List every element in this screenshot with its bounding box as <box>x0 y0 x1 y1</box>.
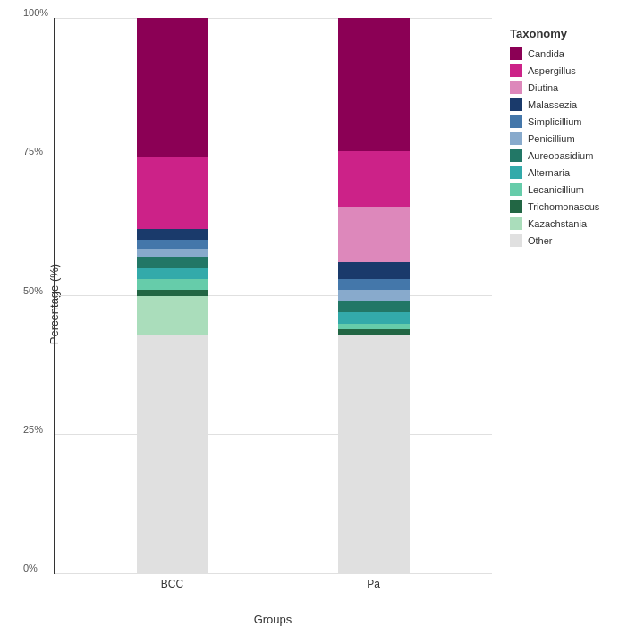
legend-label: Trichomonascus <box>528 201 599 212</box>
chart-container: Percentage (%) 0% 25% 50% 75% 100% Group… <box>0 0 644 644</box>
legend-item: Diutina <box>510 81 635 94</box>
legend-label: Aspergillus <box>528 65 576 76</box>
bar-segment-candida <box>338 18 410 151</box>
legend-item: Simplicillium <box>510 115 635 128</box>
legend-label: Penicillium <box>528 133 575 144</box>
chart-area: Percentage (%) 0% 25% 50% 75% 100% Group… <box>54 18 635 590</box>
bar-segment-penicillium <box>137 249 208 257</box>
y-tick-label: 25% <box>23 424 43 435</box>
y-tick-label: 50% <box>23 285 43 296</box>
legend-label: Other <box>528 235 553 246</box>
legend-swatch <box>510 64 522 77</box>
bar-segment-simplicillium <box>338 279 410 290</box>
legend-item: Kazachstania <box>510 217 635 230</box>
legend-item: Malassezia <box>510 98 635 111</box>
plot-region: 0% 25% 50% 75% 100% Groups BCCPa <box>54 18 492 590</box>
stacked-bar <box>338 18 410 573</box>
legend-swatch <box>510 200 522 213</box>
legend-label: Simplicillium <box>528 116 582 127</box>
bar-wrapper <box>338 18 410 573</box>
legend-swatch <box>510 149 522 162</box>
bar-segment-diutina <box>338 207 410 262</box>
legend-item: Trichomonascus <box>510 200 635 213</box>
bar-segment-alternaria <box>137 268 208 279</box>
legend-label: Malassezia <box>528 99 577 110</box>
x-axis-label: Groups <box>254 613 292 626</box>
legend-item: Aspergillus <box>510 64 635 77</box>
x-tick-label: Pa <box>338 578 410 590</box>
bar-segment-alternaria <box>338 312 410 323</box>
bar-segment-simplicillium <box>137 240 208 248</box>
legend-swatch <box>510 47 522 60</box>
bar-segment-aspergillus <box>338 151 410 207</box>
bars-group <box>55 18 492 573</box>
legend-item: Aureobasidium <box>510 149 635 162</box>
legend-label: Kazachstania <box>528 218 587 229</box>
legend-swatch <box>510 132 522 145</box>
y-tick-label: 0% <box>23 563 38 573</box>
legend-label: Aureobasidium <box>528 150 593 161</box>
legend-item: Candida <box>510 47 635 60</box>
bar-segment-other <box>137 335 208 573</box>
bar-segment-malassezia <box>137 229 208 240</box>
legend-swatch <box>510 183 522 196</box>
bar-segment-other <box>338 335 410 573</box>
legend-label: Diutina <box>528 82 558 93</box>
bar-wrapper <box>137 18 208 573</box>
legend-item: Lecanicillium <box>510 183 635 196</box>
legend-swatch <box>510 115 522 128</box>
bar-segment-candida <box>137 18 208 157</box>
legend-item: Other <box>510 234 635 247</box>
legend-item: Penicillium <box>510 132 635 145</box>
legend-swatch <box>510 217 522 230</box>
bar-segment-malassezia <box>338 262 410 279</box>
bars-and-axes: 0% 25% 50% 75% 100% <box>54 18 492 574</box>
bar-segment-penicillium <box>338 290 410 301</box>
x-tick-label: BCC <box>137 578 208 590</box>
y-tick-label: 75% <box>23 146 43 157</box>
legend-swatch <box>510 81 522 94</box>
legend-swatch <box>510 234 522 247</box>
legend: Taxonomy Candida Aspergillus Diutina Mal… <box>492 18 635 590</box>
bar-segment-lecanicillium <box>137 279 208 290</box>
legend-swatch <box>510 98 522 111</box>
legend-label: Candida <box>528 48 564 59</box>
legend-label: Alternaria <box>528 167 570 178</box>
legend-title: Taxonomy <box>510 27 635 40</box>
bar-segment-aureobasidium <box>137 257 208 267</box>
bar-segment-aureobasidium <box>338 301 410 312</box>
bar-segment-kazachstania <box>137 296 208 335</box>
legend-swatch <box>510 166 522 179</box>
y-tick-label: 100% <box>23 7 48 18</box>
bar-segment-aspergillus <box>137 157 208 229</box>
legend-label: Lecanicillium <box>528 184 584 195</box>
stacked-bar <box>137 18 208 573</box>
legend-item: Alternaria <box>510 166 635 179</box>
